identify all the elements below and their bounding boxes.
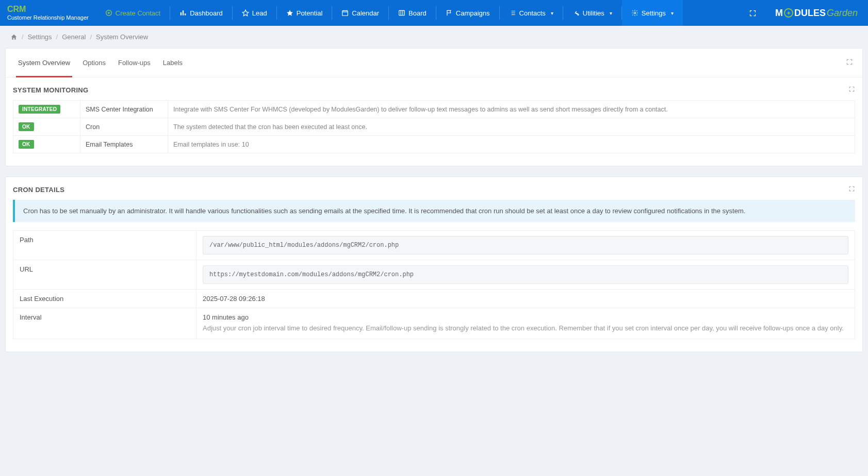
table-row: INTEGRATED SMS Center Integration Integr…	[13, 101, 855, 118]
logo-part: Garden	[827, 8, 858, 19]
nav-label: Contacts	[519, 9, 546, 17]
nav-label: Board	[408, 9, 427, 17]
nav-label: Settings	[642, 9, 666, 17]
tab-followups[interactable]: Follow-ups	[112, 49, 157, 77]
section-title: CRON DETAILS	[13, 186, 64, 194]
monitoring-name: SMS Center Integration	[80, 101, 168, 118]
system-monitoring-section: SYSTEM MONITORING INTEGRATED SMS Center …	[6, 77, 862, 166]
status-badge: OK	[19, 122, 34, 131]
breadcrumb-settings[interactable]: Settings	[28, 33, 52, 41]
svg-rect-1	[181, 12, 182, 15]
breadcrumb-separator: /	[90, 33, 92, 41]
nav-label: Potential	[297, 9, 323, 17]
tabs-panel: System Overview Options Follow-ups Label…	[5, 48, 863, 166]
tab-options[interactable]: Options	[76, 49, 112, 77]
svg-rect-4	[342, 11, 348, 15]
svg-rect-5	[399, 10, 405, 15]
board-icon	[398, 9, 405, 17]
plus-circle-icon	[105, 9, 112, 17]
nav-label: Dashboard	[190, 9, 223, 17]
fullscreen-button[interactable]	[741, 9, 765, 17]
status-badge: OK	[19, 140, 34, 149]
cron-url-label: URL	[13, 260, 196, 290]
chevron-down-icon: ▾	[671, 10, 674, 16]
cron-info-alert: Cron has to be set manually by an admini…	[13, 200, 855, 222]
home-icon[interactable]	[10, 34, 18, 41]
svg-point-6	[634, 12, 636, 14]
monitoring-name: Email Templates	[80, 136, 168, 153]
tab-system-overview[interactable]: System Overview	[12, 49, 76, 77]
nav-calendar[interactable]: Calendar	[332, 0, 388, 26]
expand-icon	[846, 58, 853, 66]
table-row: URL	[13, 260, 855, 290]
svg-rect-3	[185, 13, 186, 15]
table-row: Interval 10 minutes ago Adjust your cron…	[13, 308, 855, 339]
nav-board[interactable]: Board	[389, 0, 436, 26]
create-contact-button[interactable]: Create Contact	[96, 0, 170, 26]
logo-part: DULES	[794, 8, 826, 19]
nav-utilities[interactable]: Utilities ▾	[563, 0, 621, 26]
calendar-icon	[341, 9, 349, 17]
cron-url-field[interactable]	[203, 265, 848, 284]
nav-label: Create Contact	[116, 9, 160, 17]
wrench-icon	[572, 9, 580, 17]
fullscreen-icon	[749, 9, 757, 17]
cron-path-field[interactable]	[203, 236, 848, 255]
nav-label: Calendar	[352, 9, 379, 17]
cron-panel: CRON DETAILS Cron has to be set manually…	[5, 177, 863, 352]
breadcrumb-separator: /	[56, 33, 58, 41]
breadcrumb-current: System Overview	[96, 33, 148, 41]
nav-dashboard[interactable]: Dashboard	[170, 0, 232, 26]
monitoring-desc: Email templates in use: 10	[168, 136, 855, 153]
monitoring-table: INTEGRATED SMS Center Integration Integr…	[13, 100, 855, 153]
cron-interval-value: 10 minutes ago	[203, 313, 848, 321]
top-navigation: CRM Customer Relationship Manager Create…	[0, 0, 868, 26]
star-outline-icon	[242, 9, 249, 17]
flag-icon	[446, 9, 453, 17]
table-row: Last Execution 2025-07-28 09:26:18	[13, 290, 855, 308]
chevron-down-icon: ▾	[551, 10, 553, 16]
cron-interval-note: Adjust your cron job interval time to de…	[203, 323, 848, 334]
breadcrumb-separator: /	[22, 33, 24, 41]
cron-path-label: Path	[13, 231, 196, 260]
monitoring-desc: Integrate with SMS Center For WHMCS (dev…	[168, 101, 855, 118]
section-expand-button[interactable]	[848, 185, 855, 194]
cron-details-section: CRON DETAILS Cron has to be set manually…	[6, 177, 862, 352]
nav-contacts[interactable]: Contacts ▾	[500, 0, 563, 26]
cron-interval-label: Interval	[13, 308, 196, 339]
star-icon	[286, 9, 293, 17]
svg-rect-2	[183, 10, 184, 15]
tab-labels[interactable]: Labels	[157, 49, 189, 77]
nav-label: Lead	[252, 9, 267, 17]
nav-label: Utilities	[583, 9, 604, 17]
breadcrumbs: / Settings / General / System Overview	[0, 26, 868, 48]
status-badge: INTEGRATED	[19, 105, 60, 114]
cron-details-table: Path URL Last Execution 2025-07-28 09:26…	[13, 230, 855, 339]
brand-subtitle: Customer Relationship Manager	[7, 14, 89, 21]
bar-chart-icon	[179, 9, 187, 17]
main-nav: Create Contact Dashboard Lead Potential …	[96, 0, 741, 26]
cron-last-label: Last Execution	[13, 290, 196, 308]
modulesgarden-logo: M✦DULESGarden	[765, 8, 868, 19]
nav-potential[interactable]: Potential	[277, 0, 332, 26]
monitoring-name: Cron	[80, 118, 168, 136]
brand: CRM Customer Relationship Manager	[0, 5, 96, 21]
breadcrumb-general[interactable]: General	[62, 33, 86, 41]
panel-expand-button[interactable]	[843, 49, 856, 76]
table-row: Path	[13, 231, 855, 260]
section-title: SYSTEM MONITORING	[13, 86, 88, 94]
nav-settings[interactable]: Settings ▾	[622, 0, 683, 26]
tabs-row: System Overview Options Follow-ups Label…	[6, 49, 862, 77]
nav-campaigns[interactable]: Campaigns	[436, 0, 499, 26]
logo-o-icon: ✦	[784, 8, 793, 18]
nav-lead[interactable]: Lead	[233, 0, 276, 26]
section-expand-button[interactable]	[848, 86, 855, 94]
table-row: OK Cron The system detected that the cro…	[13, 118, 855, 136]
logo-part: M	[775, 8, 783, 19]
list-icon	[509, 9, 516, 17]
chevron-down-icon: ▾	[610, 10, 612, 16]
monitoring-desc: The system detected that the cron has be…	[168, 118, 855, 136]
expand-icon	[848, 86, 855, 92]
nav-right: M✦DULESGarden	[741, 0, 868, 26]
cron-last-value: 2025-07-28 09:26:18	[196, 290, 855, 308]
